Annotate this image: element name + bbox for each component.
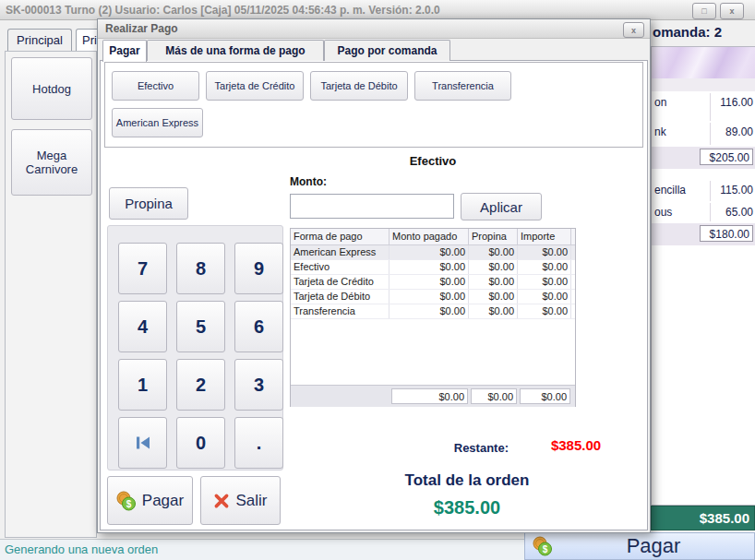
backspace-icon	[134, 434, 152, 452]
tab-pagar[interactable]: Pagar	[102, 40, 147, 62]
close-x-icon	[213, 493, 230, 509]
table-row[interactable]: Tarjeta de Crédito$0.00$0.00$0.00	[291, 275, 575, 290]
payments-table-footer: $0.00 $0.00 $0.00	[291, 385, 575, 407]
order-subtotal-row: $205.00	[652, 147, 755, 169]
tab-principal[interactable]: Principal	[7, 29, 72, 51]
order-subtotal-row: $180.00	[652, 223, 755, 245]
tab-pago-por-comanda[interactable]: Pago por comanda	[324, 40, 450, 61]
order-item-price: 115.00	[711, 181, 755, 201]
pagar-main-label: Pagar	[553, 534, 754, 558]
key-dot[interactable]: .	[234, 417, 283, 469]
comanda-heading: omanda: 2	[653, 24, 754, 42]
order-item-row[interactable]: ous 65.00	[652, 203, 755, 221]
key-5[interactable]: 5	[176, 301, 225, 352]
key-1[interactable]: 1	[118, 359, 167, 411]
pagar-button[interactable]: $ Pagar	[107, 476, 193, 525]
key-backspace[interactable]	[118, 417, 167, 469]
status-text: Generando una nueva orden	[5, 542, 158, 556]
col-importe[interactable]: Importe	[518, 229, 571, 244]
monto-input[interactable]	[290, 194, 454, 219]
dialog-title: Realizar Pago	[105, 22, 178, 35]
pos-app: SK-000013 Turno (2) Usuario: Carlos [Caj…	[0, 0, 755, 560]
propina-button[interactable]: Propina	[109, 187, 188, 220]
key-4[interactable]: 4	[118, 301, 167, 352]
order-total-amount: $385.00	[324, 497, 610, 518]
realizar-pago-dialog: Realizar Pago x Pagar Más de una forma d…	[97, 18, 651, 533]
key-0[interactable]: 0	[176, 417, 225, 469]
method-button-tarjeta-credito[interactable]: Tarjeta de Crédito	[206, 71, 304, 101]
window-controls: □ x	[692, 3, 744, 19]
order-header-strip	[652, 78, 755, 91]
method-button-efectivo[interactable]: Efectivo	[112, 71, 199, 101]
table-row[interactable]: Efectivo$0.00$0.00$0.00	[291, 260, 575, 275]
salir-button[interactable]: Salir	[200, 476, 281, 525]
order-panel: on 116.00 nk 89.00 $205.00 encilla 115.0…	[651, 46, 755, 506]
dialog-titlebar: Realizar Pago	[98, 19, 650, 39]
table-row[interactable]: Transferencia$0.00$0.00$0.00	[291, 304, 575, 319]
svg-text:$: $	[126, 498, 132, 508]
dialog-close-button[interactable]: x	[623, 22, 644, 38]
svg-text:$: $	[543, 544, 548, 554]
footer-total-tip: $0.00	[471, 388, 517, 404]
restore-window-button[interactable]: □	[692, 3, 716, 19]
aplicar-button[interactable]: Aplicar	[461, 193, 542, 220]
selected-method-title: Efectivo	[290, 154, 576, 168]
order-subtotal-value: $205.00	[700, 149, 753, 165]
window-titlebar: SK-000013 Turno (2) Usuario: Carlos [Caj…	[0, 0, 755, 20]
tab-mas-de-una-forma-de-pago[interactable]: Más de una forma de pago	[147, 40, 324, 61]
table-row[interactable]: Tarjeta de Débito$0.00$0.00$0.00	[291, 290, 575, 304]
category-panel	[5, 51, 97, 538]
payments-table: Forma de pago Monto pagado Propina Impor…	[290, 228, 576, 407]
key-3[interactable]: 3	[234, 359, 283, 411]
method-button-transferencia[interactable]: Transferencia	[414, 71, 511, 101]
order-item-row[interactable]: nk 89.00	[652, 123, 755, 145]
salir-label: Salir	[235, 492, 267, 510]
key-8[interactable]: 8	[176, 243, 225, 294]
restante-value: $385.00	[530, 437, 622, 453]
order-item-name: on	[652, 93, 711, 121]
footer-total-paid: $0.00	[391, 388, 468, 404]
order-item-row[interactable]: on 116.00	[652, 93, 755, 121]
col-propina[interactable]: Propina	[469, 229, 518, 244]
pagar-label: Pagar	[142, 492, 184, 510]
coins-icon: $	[116, 491, 137, 511]
col-monto-pagado[interactable]: Monto pagado	[389, 229, 469, 244]
order-total-bar: $385.00	[651, 506, 755, 530]
order-item-name: encilla	[652, 181, 711, 201]
order-total-value: $385.00	[700, 510, 749, 526]
table-row[interactable]: American Express$0.00$0.00$0.00	[291, 245, 575, 260]
restante-label: Restante:	[370, 441, 509, 455]
coins-icon: $	[533, 536, 553, 556]
key-7[interactable]: 7	[118, 243, 167, 294]
product-button-mega-carnivore[interactable]: Mega Carnivore	[11, 129, 92, 196]
pagar-button-main[interactable]: $ Pagar	[524, 532, 755, 560]
key-2[interactable]: 2	[176, 359, 225, 411]
method-button-tarjeta-debito[interactable]: Tarjeta de Débito	[310, 71, 408, 101]
order-item-row[interactable]: encilla 115.00	[652, 181, 755, 201]
order-total-label: Total de la orden	[324, 471, 610, 490]
product-button-hotdog[interactable]: Hotdog	[11, 57, 92, 120]
order-item-price: 65.00	[711, 203, 755, 221]
col-forma-de-pago[interactable]: Forma de pago	[291, 229, 389, 244]
monto-label: Monto:	[290, 175, 327, 188]
window-title: SK-000013 Turno (2) Usuario: Carlos [Caj…	[6, 4, 440, 17]
order-item-price: 89.00	[711, 123, 755, 145]
order-subtotal-value: $180.00	[700, 225, 753, 242]
order-item-name: ous	[652, 203, 711, 221]
key-6[interactable]: 6	[234, 301, 283, 352]
order-item-name: nk	[652, 123, 711, 145]
order-item-price: 116.00	[711, 93, 755, 121]
footer-total-amount: $0.00	[520, 388, 570, 404]
payments-table-header: Forma de pago Monto pagado Propina Impor…	[291, 229, 575, 245]
close-window-button[interactable]: x	[720, 3, 744, 19]
order-header-art	[652, 47, 755, 79]
key-9[interactable]: 9	[234, 243, 283, 294]
method-button-american-express[interactable]: American Express	[112, 108, 203, 137]
